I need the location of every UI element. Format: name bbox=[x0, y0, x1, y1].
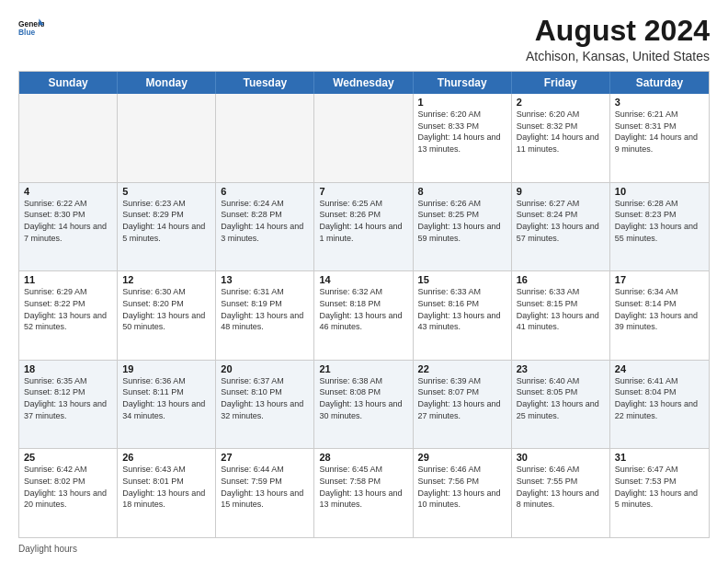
day-number: 11 bbox=[24, 274, 112, 285]
calendar-body: 1Sunrise: 6:20 AM Sunset: 8:33 PM Daylig… bbox=[19, 94, 709, 537]
calendar-cell-day-6: 6Sunrise: 6:24 AM Sunset: 8:28 PM Daylig… bbox=[216, 183, 314, 271]
calendar-header-day-tuesday: Tuesday bbox=[216, 72, 314, 94]
day-info: Sunrise: 6:24 AM Sunset: 8:28 PM Dayligh… bbox=[221, 198, 309, 244]
day-number: 27 bbox=[221, 452, 309, 463]
day-number: 31 bbox=[615, 452, 704, 463]
day-number: 13 bbox=[221, 274, 309, 285]
day-info: Sunrise: 6:27 AM Sunset: 8:24 PM Dayligh… bbox=[517, 198, 605, 244]
calendar-cell-day-22: 22Sunrise: 6:39 AM Sunset: 8:07 PM Dayli… bbox=[414, 361, 512, 449]
calendar-cell-empty bbox=[314, 94, 413, 182]
calendar-row-2: 11Sunrise: 6:29 AM Sunset: 8:22 PM Dayli… bbox=[19, 271, 709, 361]
calendar-cell-day-19: 19Sunrise: 6:36 AM Sunset: 8:11 PM Dayli… bbox=[118, 361, 216, 449]
day-number: 19 bbox=[122, 363, 210, 374]
day-info: Sunrise: 6:38 AM Sunset: 8:08 PM Dayligh… bbox=[319, 375, 407, 421]
calendar-cell-day-28: 28Sunrise: 6:45 AM Sunset: 7:58 PM Dayli… bbox=[314, 449, 413, 537]
calendar-header-day-monday: Monday bbox=[118, 72, 216, 94]
calendar-row-1: 4Sunrise: 6:22 AM Sunset: 8:30 PM Daylig… bbox=[19, 183, 709, 272]
day-number: 29 bbox=[418, 452, 506, 463]
calendar-row-4: 25Sunrise: 6:42 AM Sunset: 8:02 PM Dayli… bbox=[19, 449, 709, 537]
day-number: 21 bbox=[319, 363, 407, 374]
calendar-cell-day-21: 21Sunrise: 6:38 AM Sunset: 8:08 PM Dayli… bbox=[314, 361, 413, 449]
calendar-cell-day-30: 30Sunrise: 6:46 AM Sunset: 7:55 PM Dayli… bbox=[512, 449, 610, 537]
calendar-header-day-thursday: Thursday bbox=[414, 72, 512, 94]
calendar-cell-day-23: 23Sunrise: 6:40 AM Sunset: 8:05 PM Dayli… bbox=[512, 361, 610, 449]
day-number: 2 bbox=[517, 97, 605, 108]
calendar-cell-day-3: 3Sunrise: 6:21 AM Sunset: 8:31 PM Daylig… bbox=[610, 94, 709, 182]
day-number: 28 bbox=[319, 452, 407, 463]
day-info: Sunrise: 6:26 AM Sunset: 8:25 PM Dayligh… bbox=[418, 198, 506, 244]
day-number: 30 bbox=[517, 452, 605, 463]
day-number: 9 bbox=[517, 186, 605, 197]
day-number: 5 bbox=[122, 186, 210, 197]
day-info: Sunrise: 6:33 AM Sunset: 8:16 PM Dayligh… bbox=[418, 286, 506, 332]
calendar-cell-day-27: 27Sunrise: 6:44 AM Sunset: 7:59 PM Dayli… bbox=[216, 449, 314, 537]
day-number: 8 bbox=[418, 186, 506, 197]
day-info: Sunrise: 6:36 AM Sunset: 8:11 PM Dayligh… bbox=[122, 375, 210, 421]
day-number: 15 bbox=[418, 274, 506, 285]
calendar-cell-day-29: 29Sunrise: 6:46 AM Sunset: 7:56 PM Dayli… bbox=[414, 449, 512, 537]
calendar-header-row: SundayMondayTuesdayWednesdayThursdayFrid… bbox=[19, 72, 709, 94]
calendar-cell-day-17: 17Sunrise: 6:34 AM Sunset: 8:14 PM Dayli… bbox=[610, 271, 709, 360]
day-number: 17 bbox=[615, 274, 704, 285]
calendar-cell-day-26: 26Sunrise: 6:43 AM Sunset: 8:01 PM Dayli… bbox=[118, 449, 216, 537]
subtitle: Atchison, Kansas, United States bbox=[526, 49, 710, 63]
calendar-cell-empty bbox=[118, 94, 216, 182]
calendar-cell-day-7: 7Sunrise: 6:25 AM Sunset: 8:26 PM Daylig… bbox=[314, 183, 413, 271]
day-number: 26 bbox=[122, 452, 210, 463]
logo: GeneralBlue bbox=[18, 15, 44, 40]
day-number: 12 bbox=[122, 274, 210, 285]
header: GeneralBlue August 2024 Atchison, Kansas… bbox=[18, 15, 710, 63]
day-number: 24 bbox=[615, 363, 704, 374]
day-info: Sunrise: 6:32 AM Sunset: 8:18 PM Dayligh… bbox=[319, 286, 407, 332]
calendar-header-day-wednesday: Wednesday bbox=[314, 72, 413, 94]
day-number: 16 bbox=[517, 274, 605, 285]
calendar-header-day-saturday: Saturday bbox=[610, 72, 709, 94]
day-info: Sunrise: 6:34 AM Sunset: 8:14 PM Dayligh… bbox=[615, 286, 704, 332]
calendar-row-0: 1Sunrise: 6:20 AM Sunset: 8:33 PM Daylig… bbox=[19, 94, 709, 183]
day-info: Sunrise: 6:43 AM Sunset: 8:01 PM Dayligh… bbox=[122, 464, 210, 510]
calendar-cell-day-15: 15Sunrise: 6:33 AM Sunset: 8:16 PM Dayli… bbox=[414, 271, 512, 360]
day-info: Sunrise: 6:45 AM Sunset: 7:58 PM Dayligh… bbox=[319, 464, 407, 510]
calendar-cell-day-31: 31Sunrise: 6:47 AM Sunset: 7:53 PM Dayli… bbox=[610, 449, 709, 537]
day-info: Sunrise: 6:42 AM Sunset: 8:02 PM Dayligh… bbox=[24, 464, 112, 510]
day-info: Sunrise: 6:22 AM Sunset: 8:30 PM Dayligh… bbox=[24, 198, 112, 244]
day-info: Sunrise: 6:46 AM Sunset: 7:56 PM Dayligh… bbox=[418, 464, 506, 510]
day-info: Sunrise: 6:31 AM Sunset: 8:19 PM Dayligh… bbox=[221, 286, 309, 332]
calendar-cell-day-10: 10Sunrise: 6:28 AM Sunset: 8:23 PM Dayli… bbox=[610, 183, 709, 271]
day-number: 18 bbox=[24, 363, 112, 374]
day-info: Sunrise: 6:47 AM Sunset: 7:53 PM Dayligh… bbox=[615, 464, 704, 510]
day-info: Sunrise: 6:40 AM Sunset: 8:05 PM Dayligh… bbox=[517, 375, 605, 421]
day-number: 3 bbox=[615, 97, 704, 108]
day-info: Sunrise: 6:41 AM Sunset: 8:04 PM Dayligh… bbox=[615, 375, 704, 421]
day-info: Sunrise: 6:46 AM Sunset: 7:55 PM Dayligh… bbox=[517, 464, 605, 510]
calendar-cell-day-14: 14Sunrise: 6:32 AM Sunset: 8:18 PM Dayli… bbox=[314, 271, 413, 360]
page: GeneralBlue August 2024 Atchison, Kansas… bbox=[0, 0, 728, 563]
day-number: 10 bbox=[615, 186, 704, 197]
calendar-row-3: 18Sunrise: 6:35 AM Sunset: 8:12 PM Dayli… bbox=[19, 361, 709, 450]
title-block: August 2024 Atchison, Kansas, United Sta… bbox=[526, 15, 710, 63]
calendar: SundayMondayTuesdayWednesdayThursdayFrid… bbox=[18, 71, 710, 538]
calendar-cell-day-13: 13Sunrise: 6:31 AM Sunset: 8:19 PM Dayli… bbox=[216, 271, 314, 360]
calendar-cell-empty bbox=[19, 94, 118, 182]
day-info: Sunrise: 6:25 AM Sunset: 8:26 PM Dayligh… bbox=[319, 198, 407, 244]
day-number: 14 bbox=[319, 274, 407, 285]
calendar-header-day-sunday: Sunday bbox=[19, 72, 118, 94]
day-info: Sunrise: 6:33 AM Sunset: 8:15 PM Dayligh… bbox=[517, 286, 605, 332]
calendar-cell-day-24: 24Sunrise: 6:41 AM Sunset: 8:04 PM Dayli… bbox=[610, 361, 709, 449]
calendar-cell-empty bbox=[216, 94, 314, 182]
calendar-cell-day-18: 18Sunrise: 6:35 AM Sunset: 8:12 PM Dayli… bbox=[19, 361, 118, 449]
calendar-header-day-friday: Friday bbox=[512, 72, 610, 94]
day-info: Sunrise: 6:20 AM Sunset: 8:32 PM Dayligh… bbox=[517, 109, 605, 155]
day-info: Sunrise: 6:37 AM Sunset: 8:10 PM Dayligh… bbox=[221, 375, 309, 421]
day-info: Sunrise: 6:44 AM Sunset: 7:59 PM Dayligh… bbox=[221, 464, 309, 510]
footer: Daylight hours bbox=[18, 544, 710, 554]
day-info: Sunrise: 6:21 AM Sunset: 8:31 PM Dayligh… bbox=[615, 109, 704, 155]
calendar-cell-day-25: 25Sunrise: 6:42 AM Sunset: 8:02 PM Dayli… bbox=[19, 449, 118, 537]
day-number: 4 bbox=[24, 186, 112, 197]
calendar-cell-day-11: 11Sunrise: 6:29 AM Sunset: 8:22 PM Dayli… bbox=[19, 271, 118, 360]
calendar-cell-day-16: 16Sunrise: 6:33 AM Sunset: 8:15 PM Dayli… bbox=[512, 271, 610, 360]
calendar-cell-day-8: 8Sunrise: 6:26 AM Sunset: 8:25 PM Daylig… bbox=[414, 183, 512, 271]
logo-icon: GeneralBlue bbox=[18, 15, 44, 40]
day-info: Sunrise: 6:29 AM Sunset: 8:22 PM Dayligh… bbox=[24, 286, 112, 332]
day-info: Sunrise: 6:30 AM Sunset: 8:20 PM Dayligh… bbox=[122, 286, 210, 332]
